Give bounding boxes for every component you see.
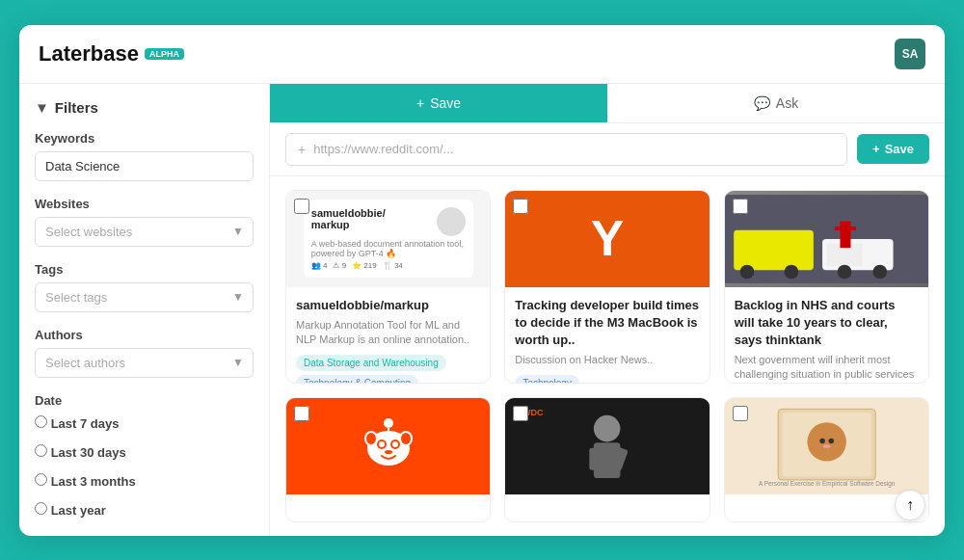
card-markup[interactable]: samueldobbie/markup A web-based document…: [285, 190, 491, 384]
card-markup-image: samueldobbie/markup A web-based document…: [286, 191, 490, 287]
book-scene: A Personal Exercise in Empirical Softwar…: [725, 398, 928, 494]
date-30days-label: Last 30 days: [51, 445, 126, 460]
url-bar-area: + https://www.reddit.com/... + Save: [270, 123, 945, 176]
card-markup-body: samueldobbie/markup Markup Annotation To…: [286, 287, 490, 384]
card-nhs-checkbox[interactable]: [733, 199, 748, 214]
plus-icon: +: [416, 95, 424, 111]
card-markup-desc: Markup Annotation Tool for ML and NLP Ma…: [296, 318, 480, 348]
websites-label: Websites: [35, 197, 254, 211]
filters-title: ▼ Filters: [35, 99, 254, 116]
card-nhs[interactable]: Backlog in NHS and courts will take 10 y…: [724, 190, 929, 384]
tab-ask[interactable]: 💬 Ask: [607, 84, 945, 122]
reddit-snoo-icon: [350, 408, 427, 485]
card-book-header: A Personal Exercise in Empirical Softwar…: [725, 398, 928, 494]
date-3months-label: Last 3 months: [51, 474, 136, 489]
authors-select[interactable]: Select authors: [35, 348, 254, 378]
card-macbook-image: Y: [505, 191, 709, 287]
svg-point-8: [739, 264, 754, 279]
app-container: Laterbase ALPHA SA ▼ Filters Keywords We…: [19, 25, 945, 536]
date-lastyear[interactable]: Last year: [35, 502, 254, 518]
card-markup-checkbox[interactable]: [294, 199, 309, 214]
keywords-section: Keywords: [35, 131, 254, 181]
tags-select[interactable]: Select tags: [35, 282, 254, 312]
ambulance-scene: [725, 191, 928, 287]
card-markup-header: samueldobbie/markup A web-based document…: [286, 191, 490, 287]
markup-powered-by: A web-based document annotation tool, po…: [311, 239, 466, 258]
tab-save-label: Save: [430, 95, 461, 111]
svg-point-9: [784, 264, 798, 279]
svg-point-41: [823, 444, 830, 448]
card-markup-tags: Data Storage and Warehousing Technology …: [296, 355, 480, 383]
websites-select[interactable]: Select websites: [35, 217, 254, 247]
card-nhs-desc: Next government will inherit most challe…: [735, 353, 919, 383]
date-3months[interactable]: Last 3 months: [35, 473, 254, 489]
tags-label: Tags: [35, 262, 254, 277]
card-macbook-desc: Discussion on Hacker News..: [515, 353, 699, 367]
card-book-image: A Personal Exercise in Empirical Softwar…: [725, 398, 928, 494]
markup-issues: ⚠ 9: [333, 261, 346, 270]
date-7days[interactable]: Last 7 days: [35, 415, 254, 431]
svg-text:Y: Y: [591, 210, 625, 266]
arrow-up-icon: ↑: [906, 496, 914, 514]
card-reddit[interactable]: [285, 397, 491, 522]
date-30days-radio[interactable]: [35, 444, 47, 457]
svg-point-16: [366, 433, 376, 444]
tag-tech-computing: Technology & Computing: [296, 375, 418, 383]
date-section: Date Last 7 days Last 30 days Last 3 mon…: [35, 393, 254, 525]
date-label: Date: [35, 393, 254, 408]
websites-select-wrapper: Select websites ▼: [35, 217, 254, 247]
card-wwdc-checkbox[interactable]: [513, 406, 528, 421]
svg-point-11: [872, 264, 887, 279]
card-macbook-header: Y: [505, 191, 709, 287]
markup-stars: ⭐ 219: [352, 261, 377, 270]
date-lastyear-radio[interactable]: [35, 502, 47, 515]
markup-preview-title: samueldobbie/markup: [311, 207, 386, 230]
card-macbook-tags: Technology: [515, 375, 699, 383]
avatar[interactable]: SA: [895, 39, 925, 69]
content-area: + Save 💬 Ask + https://www.reddit.com/..…: [270, 84, 945, 536]
tab-save[interactable]: + Save: [270, 84, 607, 122]
date-30days[interactable]: Last 30 days: [35, 444, 254, 460]
authors-select-wrapper: Select authors ▼: [35, 348, 254, 378]
card-wwdc-body: [505, 494, 709, 521]
markup-contributors: 👥 4: [311, 261, 328, 270]
markup-preview-header: samueldobbie/markup: [311, 207, 466, 236]
svg-point-40: [828, 438, 834, 443]
header: Laterbase ALPHA SA: [19, 25, 945, 84]
scroll-top-button[interactable]: ↑: [895, 490, 925, 520]
url-save-label: Save: [885, 142, 914, 156]
card-nhs-body: Backlog in NHS and courts will take 10 y…: [725, 287, 928, 384]
card-wwdc[interactable]: WWDC: [504, 397, 710, 522]
url-save-plus-icon: +: [872, 142, 880, 156]
card-macbook[interactable]: Y Tracking developer build times to deci…: [504, 190, 710, 384]
url-plus-icon: +: [298, 142, 306, 157]
svg-rect-28: [590, 447, 601, 469]
logo-text: Laterbase: [39, 41, 139, 67]
card-macbook-body: Tracking developer build times to decide…: [505, 287, 709, 384]
date-3months-radio[interactable]: [35, 473, 47, 486]
svg-rect-3: [734, 229, 814, 269]
markup-avatar: [437, 207, 466, 236]
card-macbook-checkbox[interactable]: [513, 199, 528, 214]
card-nhs-title: Backlog in NHS and courts will take 10 y…: [735, 297, 919, 350]
card-reddit-checkbox[interactable]: [294, 406, 309, 421]
content-wrapper: samueldobbie/markup A web-based document…: [270, 176, 945, 536]
svg-point-23: [384, 418, 393, 428]
date-7days-radio[interactable]: [35, 415, 47, 428]
tags-section: Tags Select tags ▼: [35, 262, 254, 312]
card-book-checkbox[interactable]: [733, 406, 748, 421]
svg-point-26: [594, 414, 621, 441]
keywords-input[interactable]: [35, 151, 254, 181]
cards-grid: samueldobbie/markup A web-based document…: [270, 176, 945, 536]
filters-label: Filters: [55, 99, 98, 116]
keywords-label: Keywords: [35, 131, 254, 146]
websites-section: Websites Select websites ▼: [35, 197, 254, 247]
url-bar: + https://www.reddit.com/...: [285, 133, 847, 166]
tab-ask-label: Ask: [776, 95, 798, 111]
svg-text:A Personal Exercise in Empiric: A Personal Exercise in Empirical Softwar…: [759, 480, 896, 488]
nhs-image-overlay: [725, 191, 928, 287]
markup-repo-name: samueldobbie/markup: [311, 207, 386, 230]
url-save-button[interactable]: + Save: [857, 134, 929, 164]
svg-point-17: [401, 433, 411, 444]
wwdc-scene: WWDC: [505, 398, 709, 494]
